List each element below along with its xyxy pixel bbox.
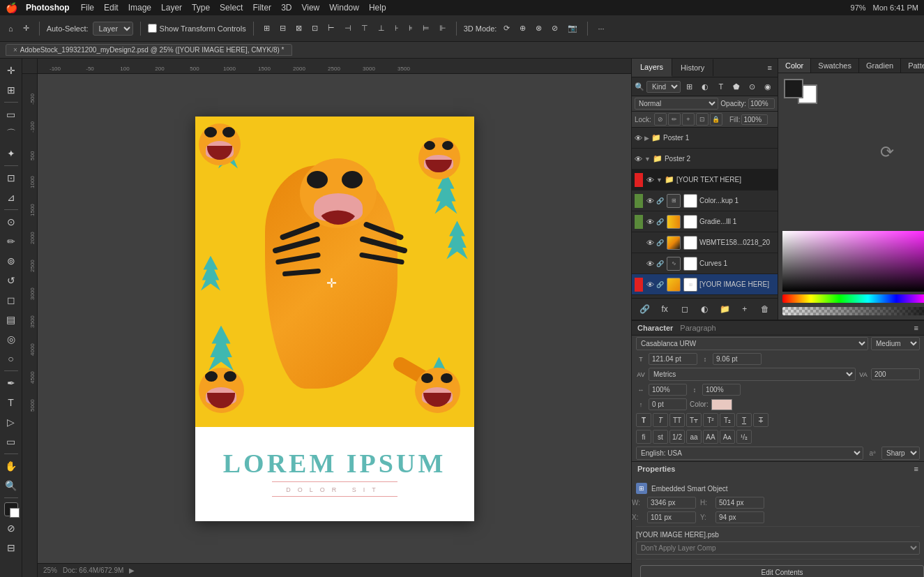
menu-3d[interactable]: 3D	[281, 3, 291, 13]
add-mask-btn[interactable]: ◻	[677, 301, 692, 317]
align-btn-5[interactable]: ⊢	[325, 22, 338, 34]
filter-toggle[interactable]: ◉	[762, 80, 775, 93]
gradien-tab[interactable]: Gradien	[859, 59, 901, 73]
layer-your-text[interactable]: 👁 ▼ 📁 [YOUR TEXT HERE]	[632, 170, 778, 190]
kerning-select[interactable]: Metrics	[649, 368, 856, 381]
shape-tool[interactable]: ▭	[2, 433, 20, 451]
artboard-tool[interactable]: ⊞	[2, 81, 20, 99]
color-gradient-area[interactable]	[782, 231, 924, 292]
align-btn-12[interactable]: ⊩	[437, 22, 449, 34]
marquee-tool[interactable]: ▭	[2, 105, 20, 123]
edit-contents-btn[interactable]: Edit Contents	[640, 565, 924, 577]
menu-help[interactable]: Help	[369, 3, 386, 13]
3d-slide[interactable]: ⊗	[533, 22, 545, 34]
link-layers-btn[interactable]: 🔗	[637, 301, 652, 317]
layer-colorkup[interactable]: 👁 🔗 ⊞ Color...kup 1	[632, 190, 778, 211]
foreground-color[interactable]	[4, 502, 18, 516]
layer-gradient[interactable]: 👁 🔗 Gradie...lll 1	[632, 211, 778, 232]
color-tab[interactable]: Color	[778, 59, 811, 73]
color-saturation-area[interactable]	[782, 231, 924, 292]
super-btn[interactable]: T²	[703, 413, 718, 427]
vis-poster1[interactable]: 👁	[635, 134, 642, 142]
history-tab[interactable]: History	[672, 59, 713, 76]
bold-btn[interactable]: T	[636, 413, 651, 427]
healing-tool[interactable]: ⊙	[2, 213, 20, 231]
anti-alias-select[interactable]: Sharp	[881, 447, 920, 460]
path-select[interactable]: ▷	[2, 413, 20, 431]
gradient-tool[interactable]: ▤	[2, 310, 20, 329]
align-btn-10[interactable]: ⊧	[406, 22, 416, 34]
y-input[interactable]	[715, 511, 764, 523]
strike-btn[interactable]: T	[753, 413, 768, 427]
char-color-swatch[interactable]	[711, 399, 732, 410]
move-tool[interactable]: ✛	[20, 22, 32, 34]
allcaps-btn[interactable]: TT	[669, 413, 685, 427]
vis-your-image[interactable]: 👁	[646, 280, 654, 289]
magic-wand-tool[interactable]: ✦	[2, 144, 20, 163]
layer-comp-select[interactable]: Don't Apply Layer Comp	[636, 541, 920, 555]
tab-close[interactable]: ×	[13, 46, 17, 54]
zoom-tool[interactable]: 🔍	[2, 477, 20, 495]
3d-camera[interactable]: 📷	[565, 22, 580, 34]
arrow-poster1[interactable]: ▶	[644, 135, 649, 142]
underline-btn[interactable]: T	[736, 413, 752, 427]
fx-btn[interactable]: fx	[657, 301, 672, 317]
oldstyle-num-btn[interactable]: 1/2	[669, 430, 685, 444]
menu-select[interactable]: Select	[220, 3, 243, 13]
w-input[interactable]	[647, 497, 696, 509]
hscale-input[interactable]	[649, 384, 687, 396]
eyedropper-tool[interactable]: ⊿	[2, 188, 20, 207]
leading-input[interactable]	[713, 353, 762, 365]
ligature-btn[interactable]: fi	[636, 430, 651, 444]
auto-select-dropdown[interactable]: Layer	[93, 22, 133, 36]
lock-transparent[interactable]: ⊘	[654, 113, 667, 126]
menu-filter[interactable]: Filter	[252, 3, 271, 13]
align-btn-4[interactable]: ⊡	[309, 22, 321, 34]
type-tool[interactable]: T	[2, 394, 20, 412]
opacity-input[interactable]	[748, 98, 775, 109]
lock-image[interactable]: ✏	[668, 113, 681, 126]
patterns-tab[interactable]: Patterns	[901, 59, 924, 73]
crop-tool[interactable]: ⊡	[2, 169, 20, 187]
hue-slider[interactable]	[782, 294, 924, 303]
baseline-input[interactable]	[649, 398, 687, 410]
menu-type[interactable]: Type	[192, 3, 210, 13]
allcaps2-btn[interactable]: AA	[703, 430, 718, 444]
paragraph-tab[interactable]: Paragraph	[680, 324, 715, 332]
vis-wbmte[interactable]: 👁	[646, 239, 654, 247]
align-btn-3[interactable]: ⊠	[293, 22, 305, 34]
align-btn-8[interactable]: ⊥	[375, 22, 388, 34]
transform-check[interactable]	[148, 24, 157, 33]
filter-adj[interactable]: ◐	[699, 80, 713, 93]
lock-all[interactable]: 🔒	[710, 113, 722, 126]
blur-tool[interactable]: ◎	[2, 330, 20, 348]
menu-layer[interactable]: Layer	[161, 3, 182, 13]
font-family-select[interactable]: Casablanca URW	[636, 337, 868, 350]
font-size-input[interactable]	[649, 353, 697, 365]
quick-mask[interactable]: ⊘	[2, 519, 20, 537]
canvas-content[interactable]: ✛ LOREM IPSUM DOLOR SIT	[38, 74, 631, 563]
clone-tool[interactable]: ⊚	[2, 252, 20, 270]
language-select[interactable]: English: USA	[636, 447, 863, 460]
document-tab[interactable]: × AdobeStock_199321200_myDesign2.psd @ 2…	[6, 44, 292, 56]
vis-curves[interactable]: 👁	[646, 260, 654, 268]
lasso-tool[interactable]: ⌒	[2, 125, 20, 143]
h-input[interactable]	[715, 497, 764, 509]
hand-tool[interactable]: ✋	[2, 457, 20, 475]
layer-poster2[interactable]: 👁 ▼ 📁 Poster 2	[632, 149, 778, 170]
eraser-tool[interactable]: ◻	[2, 291, 20, 309]
apple-menu[interactable]: 🍎	[6, 2, 17, 13]
vis-gradient[interactable]: 👁	[646, 218, 654, 226]
filter-type[interactable]: T	[714, 80, 728, 93]
3d-scale[interactable]: ⊘	[549, 22, 561, 34]
new-group-btn[interactable]: 📁	[717, 301, 732, 317]
layers-tab[interactable]: Layers	[632, 59, 672, 77]
align-btn-9[interactable]: ⊦	[392, 22, 402, 34]
dodge-tool[interactable]: ○	[2, 350, 20, 368]
align-btn-6[interactable]: ⊣	[342, 22, 354, 34]
menu-view[interactable]: View	[301, 3, 319, 13]
3d-orbit[interactable]: ⟳	[501, 22, 513, 34]
statusbar-arrow[interactable]: ▶	[129, 567, 135, 574]
frac-btn[interactable]: ¹/₂	[736, 430, 752, 444]
layer-your-image[interactable]: 👁 🔗 ⊞ [YOUR IMAGE HERE]	[632, 274, 778, 295]
